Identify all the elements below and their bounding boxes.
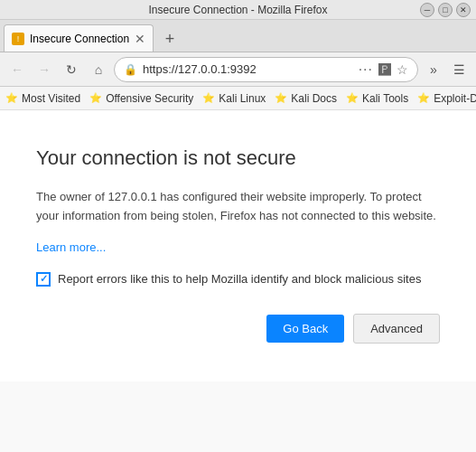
window-controls: ─ □ ✕	[420, 3, 471, 17]
bookmark-icon: ⭐	[5, 92, 18, 105]
bookmark-kali-tools[interactable]: ⭐ Kali Tools	[346, 92, 408, 105]
bookmark-label: Kali Tools	[362, 92, 408, 105]
checkbox-label: Report errors like this to help Mozilla …	[58, 272, 421, 286]
report-errors-checkbox[interactable]: ✓	[36, 272, 51, 287]
nav-extra: » ☰	[422, 58, 471, 81]
page-actions-button[interactable]: ···	[359, 61, 373, 78]
forward-button[interactable]: →	[33, 58, 56, 81]
bookmarks-bar: ⭐ Most Visited ⭐ Offensive Security ⭐ Ka…	[0, 87, 476, 110]
tab-bar: ! Insecure Connection ✕ +	[0, 20, 476, 52]
bookmark-label: Kali Docs	[291, 92, 337, 105]
back-button[interactable]: ←	[5, 58, 29, 81]
lock-icon: 🔒	[124, 63, 137, 76]
bookmark-icon: ⭐	[202, 92, 215, 105]
url-text: https://127.0.0.1:9392	[143, 62, 353, 76]
favicon-icon: !	[17, 34, 20, 43]
checkbox-row: ✓ Report errors like this to help Mozill…	[36, 272, 440, 287]
go-back-button[interactable]: Go Back	[266, 315, 344, 343]
home-button[interactable]: ⌂	[87, 58, 110, 81]
extensions-button[interactable]: »	[422, 58, 445, 81]
bookmark-label: Kali Linux	[219, 92, 266, 105]
bookmark-star-icon[interactable]: ☆	[397, 62, 408, 77]
tab-title: Insecure Connection	[30, 33, 129, 45]
bookmark-label: Offensive Security	[106, 92, 193, 105]
restore-button[interactable]: □	[438, 3, 453, 17]
bookmark-label: Exploit-DB	[434, 92, 476, 105]
error-body: The owner of 127.0.0.1 has configured th…	[36, 188, 440, 226]
tab-favicon: !	[12, 33, 24, 45]
button-row: Go Back Advanced	[36, 314, 440, 344]
checkbox-check-icon: ✓	[40, 273, 48, 285]
minimize-button[interactable]: ─	[420, 3, 434, 17]
address-bar[interactable]: 🔒 https://127.0.0.1:9392 ··· 🅿 ☆	[114, 57, 418, 82]
close-button[interactable]: ✕	[456, 3, 471, 17]
title-bar: Insecure Connection - Mozilla Firefox ─ …	[0, 0, 476, 20]
bookmark-kali-docs[interactable]: ⭐ Kali Docs	[275, 92, 337, 105]
bookmark-icon: ⭐	[417, 92, 430, 105]
bookmark-icon: ⭐	[275, 92, 287, 105]
menu-button[interactable]: ☰	[447, 58, 471, 81]
content-area: Your connection is not secure The owner …	[0, 110, 476, 381]
bookmark-exploit-db[interactable]: ⭐ Exploit-DB	[417, 92, 476, 105]
window-title: Insecure Connection - Mozilla Firefox	[148, 4, 327, 16]
advanced-button[interactable]: Advanced	[353, 314, 440, 344]
nav-bar: ← → ↻ ⌂ 🔒 https://127.0.0.1:9392 ··· 🅿 ☆…	[0, 52, 476, 87]
bookmark-most-visited[interactable]: ⭐ Most Visited	[5, 92, 80, 105]
pocket-icon[interactable]: 🅿	[378, 62, 391, 77]
reload-button[interactable]: ↻	[60, 58, 83, 81]
learn-more-link[interactable]: Learn more...	[36, 240, 106, 254]
bookmark-label: Most Visited	[22, 92, 80, 105]
bookmark-offensive-security[interactable]: ⭐ Offensive Security	[89, 92, 193, 105]
bookmark-kali-linux[interactable]: ⭐ Kali Linux	[202, 92, 266, 105]
active-tab[interactable]: ! Insecure Connection ✕	[4, 24, 154, 52]
error-title: Your connection is not secure	[36, 146, 440, 170]
tab-close-button[interactable]: ✕	[135, 33, 145, 45]
new-tab-button[interactable]: +	[157, 26, 182, 52]
bookmark-icon: ⭐	[346, 92, 359, 105]
bookmark-icon: ⭐	[89, 92, 102, 105]
